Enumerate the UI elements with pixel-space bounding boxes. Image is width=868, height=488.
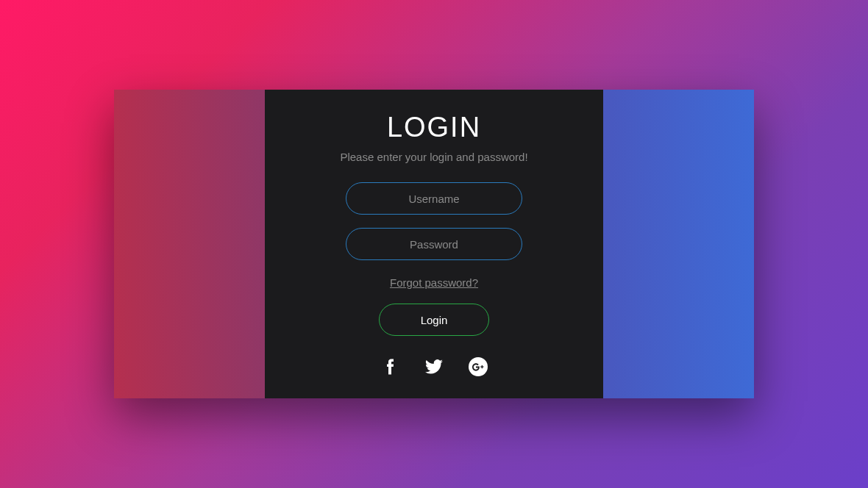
googleplus-button[interactable] bbox=[468, 356, 488, 377]
googleplus-icon bbox=[469, 357, 488, 376]
login-card: LOGIN Please enter your login and passwo… bbox=[265, 90, 603, 398]
facebook-icon bbox=[385, 359, 395, 375]
twitter-icon bbox=[425, 359, 443, 374]
login-stage: LOGIN Please enter your login and passwo… bbox=[114, 90, 754, 398]
subtitle: Please enter your login and password! bbox=[340, 151, 527, 163]
twitter-button[interactable] bbox=[424, 356, 444, 377]
forgot-password-link[interactable]: Forgot password? bbox=[390, 276, 478, 289]
page-title: LOGIN bbox=[387, 112, 481, 143]
username-input[interactable] bbox=[346, 182, 522, 215]
facebook-button[interactable] bbox=[380, 356, 400, 377]
login-button[interactable]: Login bbox=[379, 304, 489, 336]
password-input[interactable] bbox=[346, 228, 522, 260]
social-row bbox=[380, 356, 488, 377]
